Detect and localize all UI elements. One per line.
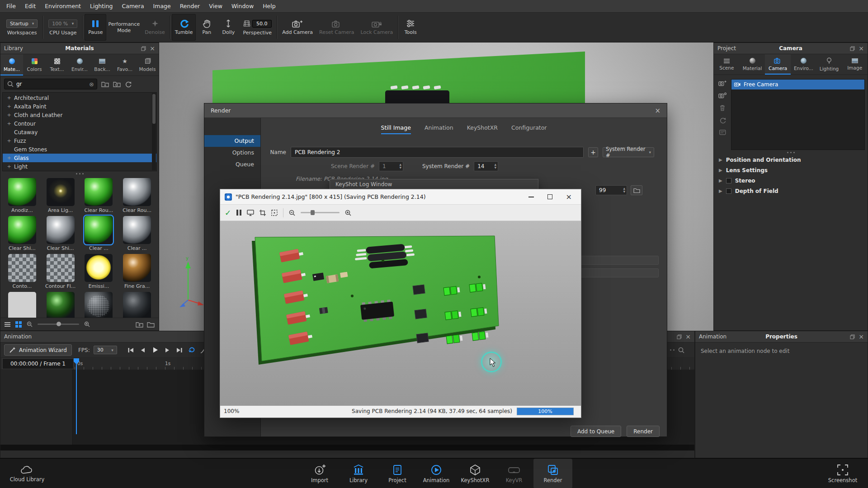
clear-search-icon[interactable]: ⊗ — [89, 81, 94, 88]
material-thumbnail[interactable] — [4, 292, 40, 319]
pan-button[interactable]: Pan — [196, 14, 217, 41]
perspective-control[interactable]: 50.0 Perspective — [239, 14, 275, 41]
play-button[interactable] — [150, 345, 160, 355]
float-panel-icon[interactable] — [141, 46, 146, 51]
zoom-in-icon[interactable] — [84, 321, 90, 327]
project-tab-lighting[interactable]: Lighting — [816, 54, 842, 75]
camera-list-item[interactable]: Free Camera — [731, 80, 864, 89]
grid-view-icon[interactable] — [15, 321, 22, 328]
step-forward-button[interactable] — [162, 345, 173, 355]
playhead[interactable] — [76, 358, 77, 434]
material-thumbnail[interactable]: Fine Gra... — [119, 254, 155, 290]
render-type-tab[interactable]: KeyShotXR — [467, 124, 498, 134]
library-tree-item[interactable]: Cutaway — [3, 128, 156, 136]
thumbnail-size-slider[interactable] — [38, 324, 79, 325]
section-depth-of-field[interactable]: ▶ Depth of Field — [714, 186, 868, 196]
timeline-scroll-strip[interactable] — [0, 445, 694, 450]
render-sidebar-item[interactable]: Output — [204, 135, 260, 147]
dof-checkbox[interactable] — [726, 188, 731, 194]
skip-to-end-button[interactable] — [174, 345, 185, 355]
accept-check-icon[interactable]: ✓ — [225, 208, 231, 217]
browse-folder-button[interactable] — [631, 185, 642, 195]
close-icon[interactable]: × — [655, 107, 660, 115]
display-icon[interactable] — [247, 210, 254, 216]
material-thumbnail[interactable]: Clear Shi... — [4, 216, 40, 252]
render-sidebar-item[interactable]: Options — [204, 147, 260, 159]
tumble-button[interactable]: Tumble — [172, 14, 196, 41]
float-panel-icon[interactable] — [850, 334, 855, 339]
refresh-icon[interactable] — [125, 81, 132, 88]
animation-wizard-button[interactable]: Animation Wizard — [4, 344, 72, 356]
tree-expander[interactable]: + — [7, 155, 11, 161]
render-name-field[interactable]: PCB Rendering 2 — [291, 147, 584, 158]
library-tab-environments[interactable]: Envir... — [68, 54, 91, 75]
folder-add-icon[interactable] — [101, 81, 109, 87]
splitter-handle[interactable] — [714, 150, 868, 155]
dolly-button[interactable]: Dolly — [217, 14, 239, 41]
project-tab-image[interactable]: Image — [842, 54, 868, 75]
folder-search-icon[interactable] — [113, 81, 121, 87]
menu-item[interactable]: Lighting — [85, 0, 118, 12]
loop-button[interactable] — [186, 345, 197, 355]
float-panel-icon[interactable] — [850, 46, 855, 51]
tree-expander[interactable]: + — [7, 95, 11, 101]
zoom-out-icon[interactable] — [289, 210, 295, 216]
render-dialog-titlebar[interactable]: Render × — [204, 103, 667, 118]
dock-item-animation[interactable]: Animation — [417, 459, 456, 488]
float-panel-icon[interactable] — [677, 334, 682, 339]
camera-settings-icon[interactable] — [718, 92, 726, 99]
lock-camera-button[interactable]: Lock Camera — [358, 14, 396, 41]
material-thumbnail[interactable]: Emissi... — [81, 254, 117, 290]
denoise-button[interactable]: Denoise — [142, 14, 168, 41]
dock-item-keyshotxr[interactable]: KeyShotXR — [456, 459, 495, 488]
progress-window-titlebar[interactable]: "PCB Rendering 2.14.jpg" [800 x 415] (Sa… — [220, 189, 581, 205]
library-tree-item[interactable]: + Light — [3, 162, 156, 171]
add-camera-icon[interactable] — [718, 80, 726, 86]
card-icon[interactable] — [719, 130, 726, 135]
library-tab-models[interactable]: Models — [136, 54, 159, 75]
menu-item[interactable]: Window — [227, 0, 258, 12]
fit-region-icon[interactable] — [271, 210, 278, 216]
material-thumbnail[interactable] — [42, 292, 79, 319]
search-icon[interactable] — [678, 347, 684, 353]
folder-icon[interactable] — [147, 321, 155, 328]
project-tab-scene[interactable]: Scene — [714, 54, 740, 75]
dock-item-project[interactable]: Project — [378, 459, 417, 488]
material-thumbnail[interactable]: Clear ... — [119, 216, 155, 252]
menu-item[interactable]: Image — [149, 0, 175, 12]
workspace-selector[interactable]: Startup▾ Workspaces — [3, 14, 41, 41]
pause-render-icon[interactable] — [236, 210, 241, 216]
tree-expander[interactable]: + — [7, 112, 11, 118]
menu-item[interactable]: Render — [175, 0, 205, 12]
reset-camera-button[interactable]: Reset Camera — [316, 14, 357, 41]
tools-button[interactable]: Tools — [400, 14, 421, 41]
fps-dropdown[interactable]: 30▾ — [94, 346, 117, 354]
project-tab-camera[interactable]: Camera — [765, 54, 791, 75]
tree-expander[interactable]: + — [7, 138, 11, 144]
material-thumbnail[interactable] — [119, 292, 155, 319]
section-lens-settings[interactable]: ▶ Lens Settings — [714, 165, 868, 175]
material-thumbnail[interactable]: Clear Rou... — [81, 178, 117, 214]
add-camera-button[interactable]: Add Camera — [279, 14, 316, 41]
tree-scrollbar[interactable] — [152, 93, 156, 170]
zoom-slider[interactable] — [301, 212, 340, 213]
menu-item[interactable]: View — [204, 0, 227, 12]
list-view-icon[interactable] — [5, 322, 10, 327]
tree-expander[interactable]: + — [7, 103, 11, 109]
material-thumbnail[interactable]: Clear Rou... — [119, 178, 155, 214]
zoom-in-icon[interactable] — [345, 210, 351, 216]
search-input[interactable] — [16, 81, 86, 87]
section-stereo[interactable]: ▶ Stereo — [714, 175, 868, 186]
search-box[interactable]: ⊗ — [4, 79, 97, 89]
splitter-handle[interactable] — [0, 171, 159, 176]
render-sidebar-item[interactable]: Queue — [204, 159, 260, 170]
folder-up-icon[interactable] — [136, 321, 143, 328]
tree-expander[interactable]: + — [7, 164, 11, 169]
refresh-icon[interactable] — [719, 117, 726, 124]
library-tab-backplates[interactable]: Back... — [91, 54, 113, 75]
add-to-queue-button[interactable]: Add to Queue — [571, 426, 621, 437]
project-tab-material[interactable]: Material — [740, 54, 765, 75]
scene-render-spinner[interactable]: 1▲▼ — [379, 161, 403, 171]
dock-item-import[interactable]: Import — [300, 459, 339, 488]
skip-to-start-button[interactable] — [125, 345, 136, 355]
